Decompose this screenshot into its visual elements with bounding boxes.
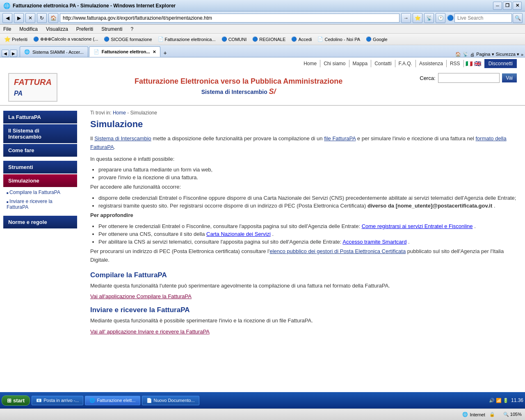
flag-it[interactable]: 🇮🇹 — [466, 60, 472, 67]
home-button[interactable]: 🏠 — [48, 13, 58, 23]
sidebar-comefare[interactable]: Come fare — [3, 144, 77, 157]
go-button[interactable]: → — [401, 13, 411, 23]
tabs-scroll-right[interactable]: ▶ — [10, 50, 17, 57]
link-formato[interactable]: formato della FatturaPA — [90, 135, 507, 150]
link-registrarsi[interactable]: Come registrarsi ai servizi Entratel e F… — [362, 223, 473, 229]
bullet-item-3: disporre delle credenziali Entratel o Fi… — [98, 195, 517, 201]
nav-contatti[interactable]: Contatti — [371, 60, 395, 67]
nav-mappa[interactable]: Mappa — [349, 60, 372, 67]
address-input[interactable] — [60, 14, 399, 23]
menu-modifica[interactable]: Modifica — [18, 25, 39, 33]
link-sistema[interactable]: Sistema di Interscambio — [94, 135, 151, 142]
site-title-block: Fatturazione Elettronica verso la Pubbli… — [57, 73, 420, 100]
restore-button[interactable]: ❐ — [503, 2, 512, 10]
breadcrumb-home[interactable]: Home — [113, 110, 126, 116]
link-smartcard[interactable]: Accesso tramite Smartcard — [342, 239, 406, 245]
sidebar-sistema[interactable]: Il Sistema di Interscambio — [3, 124, 77, 143]
fav-item-6[interactable]: 📄 Cedolino - Noi PA — [316, 36, 362, 43]
link-inviare[interactable]: Vai all' applicazione Inviare e ricevere… — [90, 329, 210, 335]
menu-file[interactable]: File — [2, 25, 13, 33]
menu-strumenti[interactable]: Strumenti — [100, 25, 124, 33]
nav-chi-siamo[interactable]: Chi siamo — [320, 60, 349, 67]
link-compilare[interactable]: Vai all'applicazione Compilare la Fattur… — [90, 293, 192, 299]
sidebar-inviare-link[interactable]: Inviare e ricevere la FatturaPA — [0, 197, 82, 212]
bullet5-pre: Per ottenere le credenziali Entratel o F… — [98, 223, 360, 229]
tab-close-1[interactable]: ✕ — [153, 50, 156, 54]
site-search-input[interactable] — [438, 73, 500, 83]
taskbar-item-1[interactable]: 🌐 Fatturazione elett... — [85, 396, 140, 405]
forward-button[interactable]: ▶ — [14, 13, 24, 23]
favorites-bar: ⭐ Preferiti 🔵 ⊕⊕⊕Calcolo a vacazione (..… — [0, 34, 525, 45]
tabs-more[interactable]: » — [521, 52, 523, 57]
nav-home[interactable]: Home — [300, 60, 320, 67]
menu-visualizza[interactable]: Visualizza — [44, 25, 70, 33]
menu-help[interactable]: ? — [129, 25, 135, 33]
stop-button[interactable]: ✕ — [25, 13, 35, 23]
sidebar-fatturapa[interactable]: La FatturaPA — [3, 111, 77, 123]
security-icon: 🔒 — [489, 412, 495, 417]
minimize-button[interactable]: ─ — [493, 2, 502, 10]
site-logo: FATTURA PA — [8, 73, 57, 102]
fav-item-0[interactable]: 🔵 ⊕⊕⊕Calcolo a vacazione (... — [32, 36, 100, 43]
new-tab-button[interactable]: + — [161, 49, 169, 57]
tab-home-icon[interactable]: 🏠 — [455, 52, 461, 57]
sidebar-compilare-link[interactable]: Compilare la FatturaPA — [0, 188, 82, 197]
sidebar-norme-label[interactable]: Norme e regole — [3, 216, 77, 228]
link-file[interactable]: file FatturaPA — [324, 135, 356, 142]
tab-feed-icon[interactable]: 📡 — [463, 52, 468, 57]
fav-item-3[interactable]: 🔵 COMUNI — [220, 36, 249, 43]
disconnect-button[interactable]: Disconnetti — [484, 59, 517, 68]
close-button[interactable]: ✕ — [513, 2, 522, 10]
link-elenco-pec[interactable]: elenco pubblico dei gestori di Posta Ele… — [269, 248, 406, 254]
fav-item-1[interactable]: 🔵 SICOGE formazione — [102, 36, 153, 43]
nav-assistenza[interactable]: Assistenza — [416, 60, 447, 67]
fav-label-5: Accedi — [298, 37, 312, 42]
refresh-button[interactable]: ↻ — [37, 13, 47, 23]
fav-label-7: Google — [373, 37, 387, 42]
taskbar-item-2[interactable]: 📄 Nuovo Documento... — [142, 396, 199, 405]
menu-preferiti[interactable]: Preferiti — [75, 25, 95, 33]
favorites-icon[interactable]: ⭐ — [413, 13, 422, 23]
start-button[interactable]: ⊞ start — [2, 395, 30, 406]
clock: 11.36 — [511, 397, 523, 403]
tab-0[interactable]: 🌐 Sistema SIAMM - Accer... — [20, 46, 88, 57]
history-icon[interactable]: 🕐 — [436, 13, 445, 23]
fav-item-5[interactable]: 🔵 Accedi — [290, 36, 313, 43]
fav-item-2[interactable]: 📄 Fatturazione elettronica... — [156, 36, 217, 43]
fav-item-4[interactable]: 🔵 REGIONALE — [251, 36, 287, 43]
fav-item-7[interactable]: 🔵 Google — [364, 36, 389, 43]
nav-faq[interactable]: F.A.Q. — [395, 60, 416, 67]
sidebar-strumenti-label[interactable]: Strumenti — [3, 161, 77, 173]
tab-icon-0: 🌐 — [24, 49, 30, 55]
search-button[interactable]: 🔍 — [513, 13, 523, 23]
page-menu[interactable]: Pagina ▾ — [476, 52, 494, 57]
fav-label-3: COMUNI — [228, 37, 247, 42]
content-area: La FatturaPA Il Sistema di Interscambio … — [0, 106, 525, 345]
back-button[interactable]: ◀ — [2, 13, 12, 23]
fav-icon-5: 🔵 — [291, 37, 297, 42]
search-input[interactable] — [454, 14, 512, 23]
tab-1[interactable]: 📄 Fatturazione elettron... ✕ — [89, 46, 160, 57]
taskbar: ⊞ start 📧 Posta in arrivo -... 🌐 Fattura… — [0, 392, 525, 409]
fav-icon-0: 🔵 — [33, 37, 39, 42]
fav-icon-4: 🔵 — [252, 37, 258, 42]
breadcrumb-prefix: Ti trovi in: — [90, 110, 112, 116]
site-search-button[interactable]: Vai — [502, 73, 517, 82]
menu-bar: File Modifica Visualizza Preferiti Strum… — [0, 25, 525, 34]
tab-print-icon[interactable]: 🖨 — [470, 52, 475, 57]
logo-pa: PA — [14, 90, 23, 97]
tabs-scroll-left[interactable]: ◀ — [2, 50, 9, 57]
nav-rss[interactable]: RSS — [447, 60, 464, 67]
link-cns[interactable]: Carta Nazionale dei Servizi — [206, 231, 271, 237]
favorites-label[interactable]: ⭐ Preferiti — [2, 35, 29, 43]
flag-en[interactable]: 🇬🇧 — [474, 60, 481, 67]
sidebar: La FatturaPA Il Sistema di Interscambio … — [0, 106, 82, 345]
window-controls[interactable]: ─ ❐ ✕ — [493, 2, 522, 10]
taskbar-item-0[interactable]: 📧 Posta in arrivo -... — [32, 396, 83, 405]
security-menu[interactable]: Sicurezza ▾ — [496, 52, 519, 57]
sidebar-simulazione-selected[interactable]: Simulazione — [3, 174, 77, 187]
intro-text: Il Sistema di Interscambio mette a dispo… — [90, 135, 517, 152]
bullet7-end: . — [408, 239, 410, 245]
tab-icon-1: 📄 — [94, 49, 99, 55]
feeds-icon[interactable]: 📡 — [424, 13, 434, 23]
